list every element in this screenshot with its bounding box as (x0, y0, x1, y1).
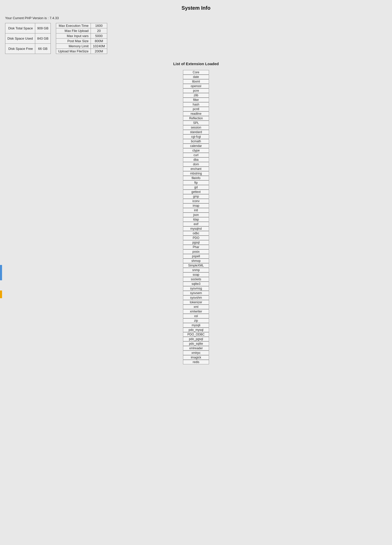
info-tables: Disk Total Space909 GBDisk Space Used843… (5, 23, 387, 54)
extension-item: calendar (183, 144, 209, 148)
extension-item: fileinfo (183, 176, 209, 180)
extension-item: ftp (183, 180, 209, 185)
php-label: Max File Upload (56, 28, 91, 33)
extension-item: ldap (183, 217, 209, 222)
extension-item: imap (183, 203, 209, 208)
extension-item: sockets (183, 277, 209, 282)
extension-item: posix (183, 249, 209, 254)
extension-item: pdo_mysql (183, 328, 209, 332)
disk-value: 66 GB (35, 44, 51, 54)
extension-item: dba (183, 157, 209, 162)
extension-item: readline (183, 111, 209, 116)
php-table-row: Max Execution Time1600 (56, 23, 107, 28)
extension-item: ctype (183, 148, 209, 153)
extension-item: xsl (183, 314, 209, 318)
extension-item: Core (183, 70, 209, 75)
extension-item: snmp (183, 268, 209, 272)
extension-item: gd (183, 185, 209, 190)
disk-table: Disk Total Space909 GBDisk Space Used843… (5, 23, 51, 54)
extension-item: PDO (183, 236, 209, 240)
php-table-row: Upload Max FileSize200M (56, 49, 107, 54)
php-value: 20 (91, 28, 107, 33)
php-label: Post Max Size (56, 39, 91, 44)
extension-item: PDO_ODBC (183, 332, 209, 337)
extension-item: mysqli (183, 323, 209, 328)
extension-item: sysvsem (183, 291, 209, 295)
disk-table-row: Disk Space Used843 GB (5, 33, 51, 44)
php-label: Max Input vars (56, 33, 91, 39)
extensions-section: List of Extension Loaded Coredatelibxmlo… (5, 62, 387, 364)
extension-item: xml (183, 305, 209, 309)
extension-item: Phar (183, 245, 209, 249)
left-tab-blue (0, 265, 2, 280)
php-table-row: Max Input vars5000 (56, 33, 107, 39)
extensions-list: Coredatelibxmlopensslpcrezlibfilterhashp… (183, 70, 209, 364)
extension-item: soap (183, 272, 209, 277)
extension-item: pcre (183, 88, 209, 93)
extension-item: mysqlnd (183, 226, 209, 231)
extension-item: gmp (183, 194, 209, 199)
extension-item: pdo_pgsql (183, 337, 209, 341)
php-label: Memory Limit (56, 44, 91, 49)
extension-item: standard (183, 130, 209, 134)
php-value: 5000 (91, 33, 107, 39)
php-label: Max Execution Time (56, 23, 91, 28)
extension-item: SimpleXML (183, 263, 209, 268)
extension-item: odbc (183, 231, 209, 236)
extension-item: intl (183, 208, 209, 213)
extension-item: pcntl (183, 107, 209, 111)
disk-value: 843 GB (35, 33, 51, 44)
disk-label: Disk Total Space (5, 23, 35, 33)
extension-item: SPL (183, 121, 209, 125)
php-version-label: Your Current PHP Version is : 7.4.33 (5, 16, 387, 20)
extension-item: pgsql (183, 240, 209, 245)
extension-item: sysvshm (183, 295, 209, 300)
extensions-title: List of Extension Loaded (5, 62, 387, 66)
extension-item: libxml (183, 79, 209, 84)
extension-item: redis (183, 360, 209, 364)
php-table-row: Memory Limit10240M (56, 44, 107, 49)
extension-item: gettext (183, 190, 209, 194)
extension-item: curl (183, 153, 209, 157)
extension-item: sqlite3 (183, 282, 209, 286)
extension-item: mbstring (183, 171, 209, 176)
extension-item: bcmath (183, 139, 209, 144)
extension-item: tokenizer (183, 300, 209, 305)
page-title: System Info (5, 5, 387, 11)
extension-item: pspell (183, 254, 209, 259)
extension-item: imagick (183, 355, 209, 360)
left-tab-orange (0, 291, 2, 298)
php-label: Upload Max FileSize (56, 49, 91, 54)
extension-item: exif (183, 222, 209, 226)
disk-table-row: Disk Total Space909 GB (5, 23, 51, 33)
extension-item: xmlrpc (183, 351, 209, 355)
extension-item: sysvmsg (183, 286, 209, 291)
extension-item: Reflection (183, 116, 209, 121)
extension-item: shmop (183, 259, 209, 263)
extension-item: date (183, 75, 209, 79)
disk-label: Disk Space Free (5, 44, 35, 54)
disk-value: 909 GB (35, 23, 51, 33)
disk-label: Disk Space Used (5, 33, 35, 44)
php-value: 200M (91, 49, 107, 54)
extension-item: session (183, 125, 209, 130)
disk-table-row: Disk Space Free66 GB (5, 44, 51, 54)
extension-item: iconv (183, 199, 209, 203)
php-table: Max Execution Time1600Max File Upload20M… (56, 23, 107, 54)
extension-item: zlib (183, 93, 209, 98)
php-table-row: Max File Upload20 (56, 28, 107, 33)
php-value: 800M (91, 39, 107, 44)
extension-item: json (183, 213, 209, 217)
extension-item: zip (183, 318, 209, 323)
extension-item: openssl (183, 84, 209, 88)
php-table-row: Post Max Size800M (56, 39, 107, 44)
extension-item: pdo_sqlite (183, 341, 209, 346)
php-value: 10240M (91, 44, 107, 49)
extension-item: hash (183, 102, 209, 107)
php-value: 1600 (91, 23, 107, 28)
extension-item: filter (183, 98, 209, 102)
extension-item: enchant (183, 167, 209, 171)
extension-item: xmlreader (183, 346, 209, 351)
extension-item: dom (183, 162, 209, 167)
extension-item: xmlwriter (183, 309, 209, 314)
